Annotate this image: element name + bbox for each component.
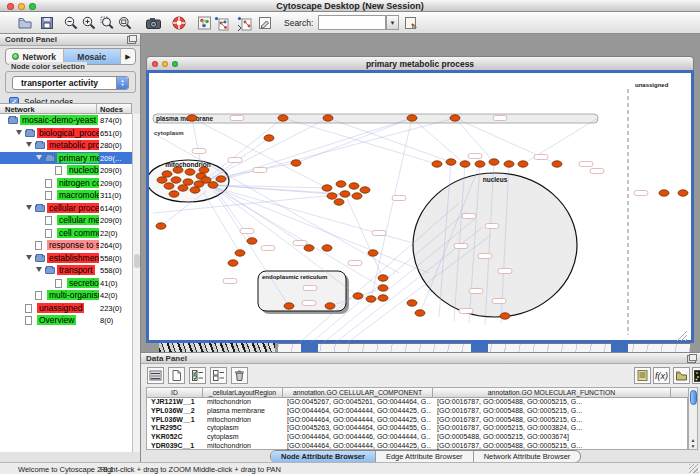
tree-row[interactable]: secretion41(0)	[0, 277, 132, 290]
search-options-icon[interactable]	[402, 14, 420, 32]
search-input[interactable]	[318, 15, 386, 30]
network-window-titlebar[interactable]: primary metabolic process	[146, 56, 694, 70]
network-node[interactable]	[187, 115, 197, 121]
tree-scrollbar-thumb[interactable]	[134, 254, 140, 268]
network-node[interactable]	[284, 303, 294, 309]
table-cell[interactable]: mitochondrion	[207, 442, 281, 451]
canvas-resize-grip[interactable]	[685, 339, 687, 341]
network-node[interactable]	[322, 185, 332, 191]
table-cell[interactable]: [GO:0016787, GO:0005488, GO:0005215, G..…	[437, 416, 669, 425]
tabs-overflow-arrow[interactable]: ▶	[121, 49, 135, 64]
network-node[interactable]	[518, 161, 528, 167]
unselect-attributes-icon[interactable]	[210, 367, 227, 384]
zoom-selected-icon[interactable]	[98, 14, 116, 32]
network-node[interactable]	[407, 300, 417, 306]
network-node[interactable]	[169, 191, 179, 197]
table-scrollbar-thumb[interactable]	[690, 390, 697, 405]
tree-row[interactable]: Overview8(0)	[0, 314, 132, 327]
import-attributes-icon[interactable]	[673, 367, 690, 384]
network-node[interactable]	[407, 115, 417, 121]
network-node[interactable]	[216, 176, 226, 182]
network-node[interactable]	[291, 160, 301, 166]
table-column-header[interactable]: annotation.GO CELLULAR_COMPONENT	[283, 388, 433, 398]
tab-edge-attribute-browser[interactable]: Edge Attribute Browser	[376, 451, 474, 462]
tree-row[interactable]: cell communicati22(0)	[0, 227, 132, 240]
background-network-window[interactable]	[159, 343, 275, 352]
new-network-icon[interactable]	[212, 14, 230, 32]
network-node[interactable]	[446, 159, 456, 165]
table-cell[interactable]: mitochondrion	[207, 398, 281, 407]
vizmapper-icon[interactable]	[195, 14, 213, 32]
expand-arrow-icon[interactable]	[36, 267, 42, 272]
table-cell[interactable]: plasma membrane	[207, 407, 281, 416]
table-cell[interactable]: [GO:0016787, GO:0005215, GO:0003824, G..…	[437, 424, 669, 433]
network-node[interactable]	[336, 181, 346, 187]
table-row[interactable]: YKR052Ccytoplasm[GO:0044464, GO:0044446,…	[147, 433, 687, 442]
window-controls[interactable]	[7, 3, 36, 10]
notes-icon[interactable]	[634, 367, 651, 384]
network-node[interactable]	[323, 115, 333, 121]
matrix-icon[interactable]	[692, 367, 700, 384]
table-cell[interactable]: mitochondrion	[207, 416, 281, 425]
network-node[interactable]	[208, 182, 218, 188]
network-node[interactable]	[489, 159, 499, 165]
network-minimize-button[interactable]	[162, 61, 168, 67]
network-node[interactable]	[378, 275, 388, 281]
tree-row[interactable]: transport558(0)	[0, 264, 132, 277]
network-node[interactable]	[552, 161, 562, 167]
table-cell[interactable]: YKR052C	[151, 433, 201, 442]
network-node[interactable]	[659, 190, 669, 196]
tree-row[interactable]: primary metabolic p209(...	[0, 152, 132, 165]
network-node[interactable]	[173, 167, 183, 173]
tree-row[interactable]: nitrogen compou209(0)	[0, 177, 132, 190]
plasma-membrane-region[interactable]	[153, 114, 598, 123]
table-cell[interactable]: [GO:0005488, GO:0005215, GO:0003674]	[437, 433, 669, 442]
network-node[interactable]	[178, 185, 188, 191]
create-attribute-icon[interactable]	[168, 367, 185, 384]
network-node[interactable]	[475, 161, 485, 167]
tree-scrollbar[interactable]	[132, 114, 140, 452]
network-node[interactable]	[504, 161, 514, 167]
network-close-button[interactable]	[152, 61, 158, 67]
tree-row[interactable]: mosaic-demo-yeast874(0)	[0, 114, 132, 127]
tree-row[interactable]: nucleobase-con209(0)	[0, 164, 132, 177]
network-node[interactable]	[460, 161, 470, 167]
table-column-header[interactable]: ID	[147, 388, 203, 398]
network-node[interactable]	[360, 187, 370, 193]
tree-row[interactable]: macromolecule311(0)	[0, 189, 132, 202]
network-node[interactable]	[378, 285, 388, 291]
import-network-icon[interactable]	[235, 14, 253, 32]
save-session-icon[interactable]	[38, 14, 56, 32]
snapshot-camera-icon[interactable]	[144, 14, 162, 32]
table-column-header[interactable]: _cellularLayoutRegion	[203, 388, 283, 398]
tree-row[interactable]: multi-organism pro42(0)	[0, 289, 132, 302]
network-node[interactable]	[199, 167, 209, 173]
network-node[interactable]	[228, 260, 238, 266]
tree-row[interactable]: cellular metabol209(0)	[0, 214, 132, 227]
network-node[interactable]	[183, 179, 193, 185]
table-cell[interactable]: YPL036W__1	[151, 416, 201, 425]
expand-arrow-icon[interactable]	[16, 130, 22, 135]
nucleus-region[interactable]	[413, 173, 577, 317]
tree-row[interactable]: response to stimulu264(0)	[0, 239, 132, 252]
minimize-button[interactable]	[18, 3, 25, 10]
annotation-icon[interactable]	[256, 14, 274, 32]
network-window-controls[interactable]	[152, 61, 178, 67]
table-row[interactable]: YJR121W__1mitochondrion[GO:0045267, GO:0…	[147, 398, 687, 407]
table-column-header[interactable]: annotation.GO MOLECULAR_FUNCTION	[433, 388, 671, 398]
tab-node-attribute-browser[interactable]: Node Attribute Browser	[271, 451, 376, 462]
delete-attribute-icon[interactable]	[231, 367, 248, 384]
network-tree-header[interactable]: Network Nodes	[0, 103, 132, 114]
open-file-icon[interactable]	[16, 14, 34, 32]
network-node[interactable]	[235, 250, 245, 256]
network-node[interactable]	[322, 245, 332, 251]
expand-arrow-icon[interactable]	[26, 255, 32, 260]
network-node[interactable]	[432, 161, 442, 167]
tab-network-attribute-browser[interactable]: Network Attribute Browser	[474, 451, 581, 462]
close-button[interactable]	[7, 3, 14, 10]
table-cell[interactable]: cytoplasm	[207, 424, 281, 433]
network-node[interactable]	[378, 295, 388, 301]
node-color-combobox[interactable]: transporter activity ▲▼	[12, 76, 129, 90]
table-cell[interactable]: [GO:0016787, GO:0005488, GO:0005215, G..…	[437, 407, 669, 416]
help-lifering-icon[interactable]	[170, 14, 188, 32]
